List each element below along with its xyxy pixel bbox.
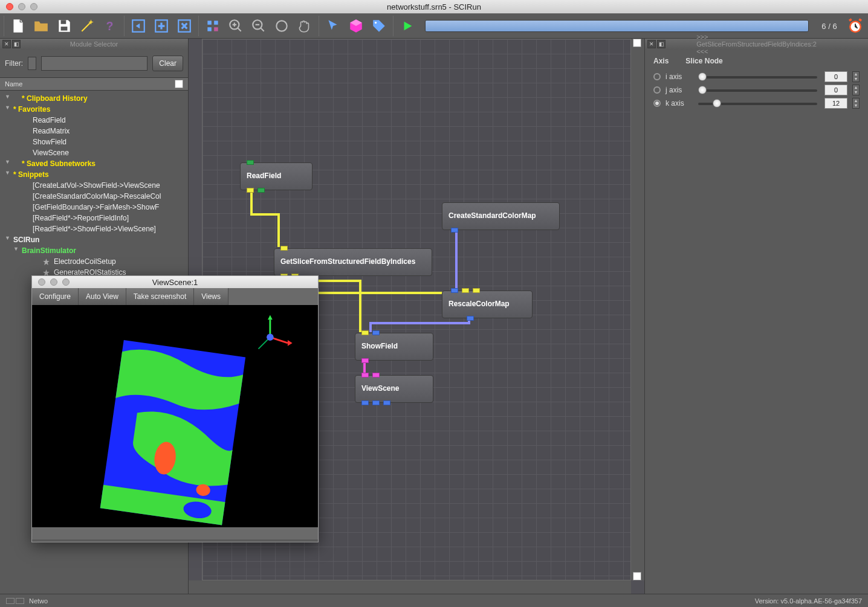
axis-radio[interactable] [653,100,661,107]
spin-buttons[interactable]: ▲▼ [852,71,860,82]
axis-slider[interactable] [698,100,817,106]
canvas-vertical-scrollbar[interactable] [631,39,644,580]
tree-fav-item[interactable]: ViewScene [0,147,188,158]
module-rescalecolormap[interactable]: RescaleColorMap [442,291,533,318]
network-overview-icon[interactable] [6,598,24,604]
tree-snippet-item[interactable]: [CreateStandardColorMap->RescaleCol [0,191,188,202]
zoom-reset-button[interactable] [273,17,291,35]
viewscene-statusbar [32,527,318,539]
window-plus-button[interactable] [152,17,170,35]
save-button[interactable] [55,17,73,35]
scroll-handle[interactable] [633,572,641,580]
port-out[interactable] [383,400,390,405]
tag-button[interactable] [370,17,388,35]
port-in[interactable] [361,373,369,377]
axis-radio[interactable] [653,73,661,80]
run-button[interactable] [398,17,416,35]
properties-title: >>> GetSliceFromStructuredFieldByIndices… [696,33,817,55]
axis-value[interactable]: 0 [824,85,847,95]
grid-toggle-button[interactable] [204,17,222,35]
spin-buttons[interactable]: ▲▼ [852,98,860,109]
port-out[interactable] [451,228,458,233]
tree-snippets[interactable]: * Snippets [0,169,188,180]
module-label: ViewScene [361,384,399,393]
canvas-horizontal-scrollbar[interactable] [189,580,631,594]
tree-scirun[interactable]: SCIRun [0,234,188,245]
help-button[interactable]: ? [101,17,119,35]
tree-snippet-item[interactable]: [GetFieldBoundary->FairMesh->ShowF [0,202,188,213]
filter-input[interactable] [41,56,147,71]
configure-button[interactable]: Configure [32,288,79,305]
axis-slider[interactable] [698,74,817,80]
zoom-in-button[interactable] [227,17,245,35]
axis-value[interactable]: 12 [824,98,847,109]
tree-scrollbar-top[interactable] [175,80,183,88]
port-out[interactable] [361,400,369,405]
port-in[interactable] [473,288,480,293]
port-in[interactable] [372,373,380,377]
module-createstandardcolormap[interactable]: CreateStandardColorMap [442,202,560,230]
module-label: CreateStandardColorMap [449,211,536,220]
port-in[interactable] [247,160,254,165]
viewscene-render[interactable] [32,305,318,527]
tree-snippet-item[interactable]: [ReadField*->ReportFieldInfo] [0,213,188,223]
spin-buttons[interactable]: ▲▼ [852,85,860,95]
close-window-icon[interactable] [6,3,13,10]
tree-snippet-item[interactable]: [ReadField*->ShowField->ViewScene] [0,223,188,234]
port-in[interactable] [372,330,380,335]
port-out[interactable] [467,316,474,321]
tree-favorites[interactable]: * Favorites [0,104,188,115]
module-showfield[interactable]: ShowField [355,333,433,361]
minimize-window-icon[interactable] [18,3,25,10]
zoom-out-button[interactable] [250,17,268,35]
filter-dropdown[interactable] [28,57,36,70]
axis-slider[interactable] [698,87,817,93]
port-in[interactable] [451,288,458,293]
port-in[interactable] [280,246,288,251]
port-out[interactable] [247,188,254,193]
open-folder-button[interactable] [32,17,50,35]
panel-undock-button[interactable]: ◧ [657,40,666,48]
tree-fav-item[interactable]: ShowField [0,136,188,147]
panel-close-button[interactable]: ✕ [647,40,656,48]
module-viewscene[interactable]: ViewScene [355,375,433,403]
scroll-handle[interactable] [633,39,641,47]
new-file-button[interactable] [9,17,27,35]
module-readfield[interactable]: ReadField [240,162,313,190]
port-in[interactable] [462,288,469,293]
port-out[interactable] [361,358,369,363]
alarm-clock-icon[interactable] [846,17,864,35]
tree-fav-item[interactable]: ReadMatrix [0,126,188,136]
minimize-icon[interactable] [50,278,57,286]
close-icon[interactable] [38,278,45,286]
tree-brainstimulator[interactable]: BrainStimulator [0,245,188,256]
zoom-icon[interactable] [62,278,70,286]
module-getslice[interactable]: GetSliceFromStructuredFieldByIndices [274,248,432,276]
magic-wand-button[interactable] [78,17,96,35]
viewscene-titlebar[interactable]: ViewScene:1 [32,276,318,288]
viewscene-window[interactable]: ViewScene:1 Configure Auto View Take scr… [31,275,319,542]
window-arrow-button[interactable] [129,17,147,35]
panel-close-button[interactable]: ✕ [2,40,11,48]
port-out[interactable] [257,188,265,193]
panel-undock-button[interactable]: ◧ [12,40,21,48]
tree-saved-subnetworks[interactable]: * Saved Subnetworks [0,158,188,169]
port-out[interactable] [372,400,380,405]
pan-hand-button[interactable] [296,17,314,35]
tree-brain-item[interactable]: ElectrodeCoilSetup [0,256,188,267]
views-button[interactable]: Views [194,288,228,305]
package-icon[interactable] [347,17,365,35]
tree-fav-item[interactable]: ReadField [0,115,188,126]
axis-value[interactable]: 0 [824,71,847,82]
screenshot-button[interactable]: Take screenshot [126,288,194,305]
window-titlebar: networkstuff.srn5 - SCIRun [0,0,868,13]
zoom-window-icon[interactable] [30,3,37,10]
tree-snippet-item[interactable]: [CreateLatVol->ShowField->ViewScene [0,180,188,191]
pointer-tool-button[interactable] [324,17,342,35]
clear-filter-button[interactable]: Clear [152,56,183,71]
axis-radio[interactable] [653,86,661,94]
tree-clipboard-history[interactable]: * Clipboard History [0,93,188,104]
window-x-button[interactable] [175,17,193,35]
autoview-button[interactable]: Auto View [79,288,126,305]
port-in[interactable] [361,330,369,335]
